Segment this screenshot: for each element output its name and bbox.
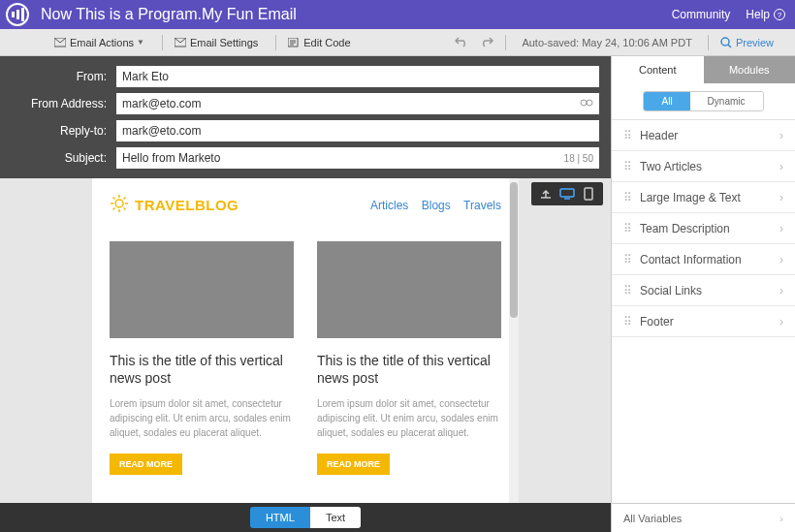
app-header: Now This is a Program.My Fun Email Commu…: [0, 0, 795, 29]
read-more-button[interactable]: READ MORE: [317, 454, 390, 475]
module-label: Two Articles: [640, 160, 702, 173]
subject-char-count: 18 | 50: [564, 153, 593, 164]
post-body: Lorem ipsum dolor sit amet, consectetur …: [317, 396, 501, 440]
module-label: Contact Information: [640, 253, 742, 266]
module-label: Social Links: [640, 284, 702, 297]
svg-point-5: [587, 100, 592, 106]
toggle-html[interactable]: HTML: [250, 507, 310, 528]
grip-icon: ⠿: [623, 129, 630, 142]
from-input[interactable]: Mark Eto: [116, 66, 599, 87]
device-mobile-button[interactable]: [578, 184, 599, 203]
chevron-right-icon: ›: [779, 222, 783, 235]
right-panel: Content Modules All Dynamic ⠿Header›⠿Two…: [611, 56, 795, 532]
module-item[interactable]: ⠿Header›: [612, 120, 795, 151]
code-icon: [288, 38, 300, 47]
redo-button[interactable]: [474, 33, 499, 52]
module-item[interactable]: ⠿Social Links›: [612, 275, 795, 306]
module-item[interactable]: ⠿Two Articles›: [612, 151, 795, 182]
post-image: [317, 241, 501, 338]
subject-input[interactable]: Hello from Marketo 18 | 50: [116, 147, 599, 169]
mail-icon: [54, 38, 66, 47]
from-label: From:: [0, 70, 116, 83]
reply-to-input[interactable]: mark@eto.com: [116, 120, 599, 141]
email-actions-menu[interactable]: Email Actions ▼: [48, 34, 150, 51]
mail-icon: [175, 38, 186, 47]
grip-icon: ⠿: [623, 315, 630, 329]
edit-code-button[interactable]: Edit Code: [282, 34, 356, 51]
device-desktop-button[interactable]: [556, 184, 578, 203]
help-label: Help: [746, 8, 770, 21]
device-preview-bar: [531, 182, 603, 205]
chevron-right-icon: ›: [779, 129, 783, 142]
module-label: Large Image & Text: [640, 191, 741, 204]
reply-to-label: Reply-to:: [0, 124, 116, 138]
read-more-button[interactable]: READ MORE: [110, 454, 182, 475]
grip-icon: ⠿: [623, 222, 630, 235]
grip-icon: ⠿: [623, 253, 630, 266]
all-variables-button[interactable]: All Variables ›: [612, 503, 795, 532]
canvas-nav: Articles Blogs Travels: [361, 199, 501, 212]
scrollbar-thumb[interactable]: [510, 182, 518, 318]
svg-point-4: [581, 100, 587, 106]
chevron-right-icon: ›: [779, 191, 783, 204]
post-title: This is the title of this vertical news …: [110, 352, 294, 387]
chevron-right-icon: ›: [779, 315, 783, 329]
separator: [275, 35, 276, 50]
help-icon: ?: [774, 9, 785, 20]
undo-button[interactable]: [449, 33, 474, 52]
post-body: Lorem ipsum dolor sit amet, consectetur …: [110, 396, 294, 440]
separator: [708, 35, 709, 50]
page-title: Now This is a Program.My Fun Email: [41, 6, 656, 23]
grip-icon: ⠿: [623, 284, 630, 297]
module-item[interactable]: ⠿Team Description›: [612, 213, 795, 244]
tab-modules[interactable]: Modules: [704, 56, 796, 83]
html-text-toggle: HTML Text: [250, 507, 361, 528]
from-address-label: From Address:: [0, 97, 116, 110]
caret-down-icon: ▼: [137, 38, 144, 47]
autosave-status: Auto-saved: May 24, 10:06 AM PDT: [522, 37, 691, 48]
preview-button[interactable]: Preview: [715, 34, 779, 51]
nav-blogs[interactable]: Blogs: [422, 199, 451, 212]
subject-label: Subject:: [0, 151, 116, 165]
tab-content[interactable]: Content: [612, 56, 704, 83]
device-top-button[interactable]: [535, 184, 556, 203]
nav-articles[interactable]: Articles: [370, 199, 408, 212]
from-address-input[interactable]: mark@eto.com: [116, 93, 599, 114]
nav-travels[interactable]: Travels: [463, 199, 501, 212]
post-card: This is the title of this vertical news …: [110, 241, 294, 475]
separator: [505, 35, 506, 50]
chevron-right-icon: ›: [779, 160, 783, 173]
module-item[interactable]: ⠿Footer›: [612, 306, 795, 337]
post-card: This is the title of this vertical news …: [317, 241, 501, 475]
post-title: This is the title of this vertical news …: [317, 352, 501, 387]
token-icon[interactable]: [580, 97, 593, 111]
module-label: Team Description: [640, 222, 730, 235]
canvas-footer: HTML Text: [0, 503, 611, 532]
separator: [162, 35, 163, 50]
module-item[interactable]: ⠿Contact Information›: [612, 244, 795, 275]
grip-icon: ⠿: [623, 160, 630, 173]
scrollbar[interactable]: [509, 178, 519, 503]
grip-icon: ⠿: [623, 191, 630, 204]
subtab-dynamic[interactable]: Dynamic: [690, 92, 763, 110]
help-link[interactable]: Help ?: [746, 8, 785, 21]
search-icon: [720, 37, 732, 48]
module-list: ⠿Header›⠿Two Articles›⠿Large Image & Tex…: [612, 120, 795, 503]
brand-logo: TRAVELBLOG: [110, 194, 238, 216]
chevron-right-icon: ›: [779, 284, 783, 297]
svg-rect-7: [585, 188, 592, 200]
sun-icon: [110, 194, 129, 216]
module-label: Header: [640, 129, 678, 142]
subtab-all[interactable]: All: [644, 92, 689, 110]
svg-point-8: [115, 200, 123, 207]
email-canvas[interactable]: TRAVELBLOG Articles Blogs Travels This i…: [92, 178, 519, 503]
chevron-right-icon: ›: [779, 253, 783, 266]
module-item[interactable]: ⠿Large Image & Text›: [612, 182, 795, 213]
marketo-logo-icon: [6, 3, 29, 26]
toggle-text[interactable]: Text: [310, 507, 361, 528]
email-settings-button[interactable]: Email Settings: [169, 34, 264, 51]
community-link[interactable]: Community: [672, 8, 731, 21]
svg-rect-6: [560, 189, 574, 197]
chevron-right-icon: ›: [779, 513, 783, 524]
module-label: Footer: [640, 315, 674, 329]
